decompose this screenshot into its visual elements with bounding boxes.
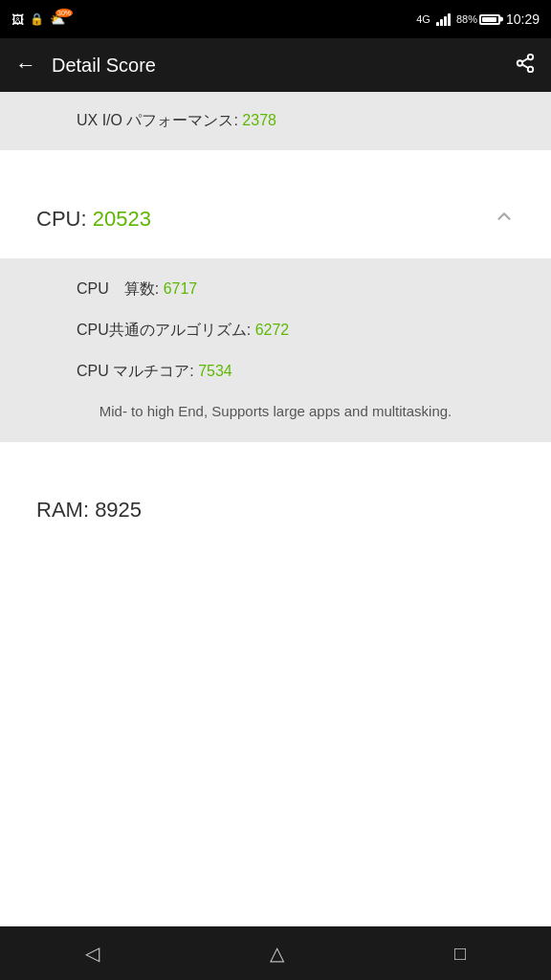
image-icon: 🖼: [11, 12, 24, 27]
cpu-algorithm-row: CPU共通のアルゴリズム: 6272: [0, 300, 551, 341]
battery-icon: 88%: [456, 13, 500, 25]
clock: 10:29: [506, 11, 540, 27]
svg-line-4: [522, 57, 528, 61]
ux-label: UX I/O パフォーマンス:: [77, 112, 242, 128]
spacer-1: [0, 150, 551, 179]
cpu-multicore-label: CPU マルチコア:: [77, 363, 198, 379]
content-area: UX I/O パフォーマンス: 2378 CPU: 20523 CPU 算数: …: [0, 92, 551, 926]
back-button[interactable]: ←: [15, 53, 36, 78]
ram-score: 8925: [95, 498, 142, 522]
cpu-score: 20523: [93, 207, 151, 231]
chevron-up-icon[interactable]: [494, 206, 515, 232]
cpu-detail-box: CPU 算数: 6717 CPU共通のアルゴリズム: 6272 CPU マルチコ…: [0, 258, 551, 442]
cpu-title: CPU: 20523: [36, 207, 151, 232]
ux-score: 2378: [242, 112, 276, 128]
cpu-multicore-row: CPU マルチコア: 7534: [0, 341, 551, 382]
ux-section: UX I/O パフォーマンス: 2378: [0, 92, 551, 150]
app-bar-title: Detail Score: [52, 55, 156, 77]
lock-icon: 🔒: [30, 12, 44, 26]
weather-icon: ⛅ 30%: [50, 12, 65, 27]
svg-line-3: [522, 64, 528, 68]
cpu-arithmetic-label: CPU 算数:: [77, 280, 164, 297]
ram-label: RAM:: [36, 498, 95, 522]
status-bar-left: 🖼 🔒 ⛅ 30%: [11, 12, 65, 27]
network-type: 4G: [416, 13, 430, 25]
spacer-2: [0, 442, 551, 471]
battery-percent: 88%: [456, 13, 477, 25]
nav-back-button[interactable]: ◁: [85, 942, 99, 965]
nav-home-button[interactable]: △: [270, 942, 284, 965]
cpu-arithmetic-score: 6717: [164, 280, 198, 297]
weather-badge: 30%: [55, 9, 73, 17]
nav-bar: ◁ △ □: [0, 926, 551, 980]
status-bar: 🖼 🔒 ⛅ 30% 4G 88% 10:29: [0, 0, 551, 38]
cpu-description: Mid- to high End, Supports large apps an…: [0, 382, 551, 423]
cpu-arithmetic-row: CPU 算数: 6717: [0, 258, 551, 300]
nav-recents-button[interactable]: □: [454, 943, 466, 965]
cpu-algorithm-score: 6272: [255, 322, 290, 338]
cpu-multicore-score: 7534: [198, 363, 232, 379]
cpu-section-header[interactable]: CPU: 20523: [0, 179, 551, 258]
ram-section: RAM: 8925: [0, 471, 551, 549]
app-bar-left: ← Detail Score: [15, 53, 156, 78]
app-bar: ← Detail Score: [0, 38, 551, 92]
cpu-algorithm-label: CPU共通のアルゴリズム:: [77, 322, 255, 338]
status-bar-right: 4G 88% 10:29: [416, 11, 540, 27]
signal-icon: [436, 12, 451, 26]
share-icon[interactable]: [515, 53, 536, 78]
